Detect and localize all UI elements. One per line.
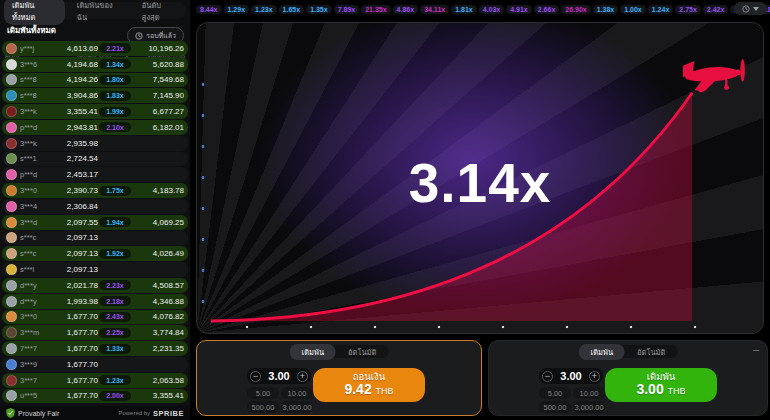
shield-check-icon [6, 408, 15, 418]
cashout-amount: 9.42 [344, 381, 371, 397]
bet-row: p***d2,943.812.10x6,182.01 [2, 120, 188, 135]
bet-amount: 2,390.73 [50, 186, 98, 195]
spribe-logo[interactable]: SPRIBE [153, 409, 184, 418]
bet-row: 3***m1,677.702.25x3,774.84 [2, 325, 188, 340]
quick-bet-button[interactable]: 10.00 [281, 387, 313, 399]
provably-fair-label[interactable]: Provably Fair [18, 410, 59, 417]
player-name: 3***k [20, 107, 50, 116]
sidebar-footer: Provably Fair Powered by SPRIBE [0, 406, 190, 420]
bet-tab[interactable]: เดิมพัน [290, 344, 336, 360]
bet-amount: 4,613.69 [50, 44, 98, 53]
bet-amount: 2,306.84 [50, 202, 98, 211]
player-name: y***j [20, 44, 50, 53]
quick-bet-button[interactable]: 500.00 [247, 401, 279, 413]
player-name: 3***7 [20, 376, 50, 385]
bet-row: 3***01,677.702.43x4,076.82 [2, 310, 188, 325]
win-amount: 4,076.82 [132, 312, 184, 321]
powered-by-label: Powered by [118, 410, 150, 416]
player-avatar [6, 106, 17, 117]
bet-amount: 2,935.98 [50, 139, 98, 148]
quick-bet-button[interactable]: 3,000.00 [573, 401, 605, 413]
currency-label: THB [376, 386, 394, 396]
game-canvas: 3.14x [196, 22, 764, 334]
bet-row: 3***42,306.84 [2, 199, 188, 214]
remove-panel-button[interactable]: – [753, 343, 759, 355]
history-multiplier-chip: 4.91x [506, 5, 532, 14]
bet-row: 3***k2,935.98 [2, 136, 188, 151]
bet-amount: 2,943.81 [50, 123, 98, 132]
bet-tab[interactable]: เดิมพัน [579, 344, 625, 360]
multiplier-badge: 2.43x [99, 312, 131, 322]
player-avatar [6, 327, 17, 338]
player-name: 3***0 [20, 186, 50, 195]
bet-amount-value[interactable]: 3.00 [560, 370, 581, 382]
multiplier-badge: 1.94x [99, 217, 131, 227]
player-avatar [6, 43, 17, 54]
current-multiplier: 3.14x [197, 151, 763, 215]
win-amount: 3,355.41 [132, 391, 184, 400]
bet-mode-toggle: เดิมพัน อัตโนมัติ [579, 345, 678, 358]
multiplier-badge: 2.23x [99, 280, 131, 290]
bet-row: p***d2,453.17 [2, 167, 188, 182]
player-name: p***d [20, 123, 50, 132]
place-bet-button[interactable]: เดิมพัน 3.00 THB [605, 368, 717, 402]
win-amount: 4,069.25 [132, 218, 184, 227]
win-amount: 7,145.90 [132, 91, 184, 100]
history-multiplier-chip: 4.03x [479, 5, 505, 14]
player-avatar [6, 59, 17, 70]
bet-amount: 1,993.98 [50, 297, 98, 306]
player-name: u***5 [20, 391, 50, 400]
bet-amount-value[interactable]: 3.00 [268, 370, 289, 382]
player-name: d***y [20, 297, 50, 306]
player-avatar [6, 280, 17, 291]
increase-bet-button[interactable]: + [297, 371, 308, 382]
cashout-button[interactable]: ถอนเงิน 9.42 THB [313, 368, 425, 402]
history-multiplier-chip: 1.65x [279, 5, 305, 14]
win-amount: 4,026.49 [132, 249, 184, 258]
decrease-bet-button[interactable]: − [250, 371, 261, 382]
multiplier-badge: 1.92x [99, 249, 131, 259]
bet-row: u***51,677.702.00x3,355.41 [2, 389, 188, 404]
win-amount: 7,549.68 [132, 75, 184, 84]
player-name: p***d [20, 170, 50, 179]
multiplier-badge: 1.23x [99, 375, 131, 385]
history-multiplier-chip: 1.81x [451, 5, 477, 14]
auto-tab[interactable]: อัตโนมัติ [336, 344, 388, 360]
bet-panel-1: เดิมพัน อัตโนมัติ − 3.00 + 5.00 10.00 50… [196, 340, 482, 416]
bet-amount: 1,677.70 [50, 312, 98, 321]
multiplier-badge: 2.21x [99, 43, 131, 53]
quick-bet-button[interactable]: 5.00 [247, 387, 279, 399]
bet-row: 3***d2,097.551.94x4,069.25 [2, 215, 188, 230]
multiplier-badge: 2.18x [99, 296, 131, 306]
win-amount: 6,677.27 [132, 107, 184, 116]
bet-row: s***c2,097.131.92x4,026.49 [2, 246, 188, 261]
player-avatar [6, 248, 17, 259]
player-name: s***l [20, 265, 50, 274]
history-dropdown-button[interactable] [734, 2, 767, 15]
quick-bet-button[interactable]: 500.00 [539, 401, 571, 413]
player-avatar [6, 74, 17, 85]
quick-bet-button[interactable]: 10.00 [573, 387, 605, 399]
bet-amount: 1,677.70 [50, 376, 98, 385]
auto-tab[interactable]: อัตโนมัติ [625, 344, 677, 360]
plane-icon [682, 57, 754, 97]
quick-bet-button[interactable]: 3,000.00 [281, 401, 313, 413]
history-multiplier-chip: 1.29x [224, 5, 250, 14]
multiplier-badge: 1.99x [99, 107, 131, 117]
win-amount: 2,063.58 [132, 376, 184, 385]
player-name: s***8 [20, 91, 50, 100]
decrease-bet-button[interactable]: − [542, 371, 553, 382]
bet-row: 3***64,194.681.34x5,620.88 [2, 57, 188, 72]
bet-amount: 2,097.13 [50, 233, 98, 242]
player-avatar [6, 201, 17, 212]
quick-bet-button[interactable]: 5.00 [539, 387, 571, 399]
previous-round-label: รอบที่แล้ว [146, 30, 176, 41]
player-name: 3***4 [20, 202, 50, 211]
increase-bet-button[interactable]: + [589, 371, 600, 382]
bet-amount: 2,097.13 [50, 265, 98, 274]
bet-amount: 2,453.17 [50, 170, 98, 179]
player-name: 3***k [20, 139, 50, 148]
player-name: d***y [20, 281, 50, 290]
bet-row: 3***k3,355.411.99x6,677.27 [2, 104, 188, 119]
bet-row: 3***71,677.701.23x2,063.58 [2, 373, 188, 388]
